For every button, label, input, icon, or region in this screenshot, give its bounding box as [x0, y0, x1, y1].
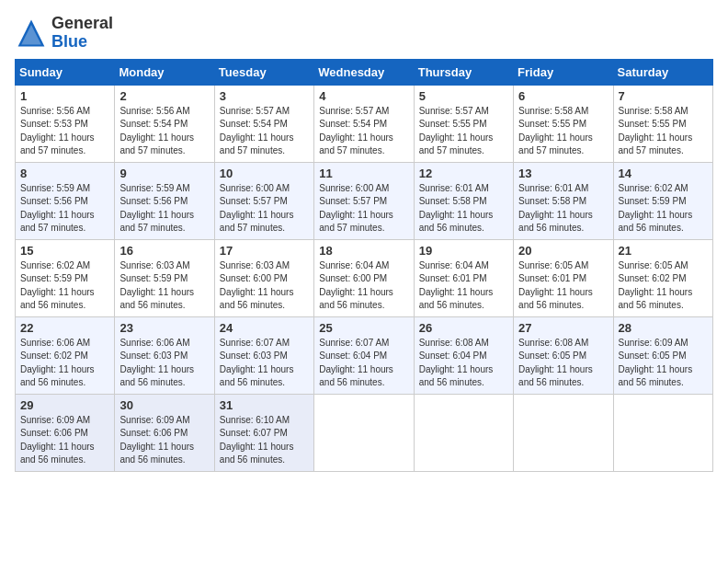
day-number: 13 — [518, 167, 608, 180]
day-number: 23 — [119, 321, 209, 335]
calendar-cell: 6 Sunrise: 5:58 AM Sunset: 5:55 PM Dayli… — [514, 85, 613, 162]
calendar-cell: 22 Sunrise: 6:06 AM Sunset: 6:02 PM Dayl… — [16, 316, 115, 394]
day-number: 2 — [119, 89, 209, 103]
day-number: 8 — [20, 167, 109, 180]
day-info: Sunrise: 5:57 AM Sunset: 5:55 PM Dayligh… — [419, 105, 508, 158]
day-info: Sunrise: 6:09 AM Sunset: 6:06 PM Dayligh… — [119, 414, 209, 467]
day-number: 20 — [518, 244, 608, 258]
day-info: Sunrise: 5:59 AM Sunset: 5:56 PM Dayligh… — [20, 182, 109, 236]
col-tuesday: Tuesday — [214, 59, 313, 85]
calendar-cell: 27 Sunrise: 6:08 AM Sunset: 6:05 PM Dayl… — [514, 316, 613, 394]
calendar-cell — [314, 394, 414, 471]
calendar-table: Sunday Monday Tuesday Wednesday Thursday… — [15, 59, 713, 472]
calendar-cell: 14 Sunrise: 6:02 AM Sunset: 5:59 PM Dayl… — [613, 162, 712, 239]
day-info: Sunrise: 6:06 AM Sunset: 6:02 PM Dayligh… — [20, 337, 109, 390]
calendar-cell: 9 Sunrise: 5:59 AM Sunset: 5:56 PM Dayli… — [115, 162, 214, 239]
calendar-cell: 23 Sunrise: 6:06 AM Sunset: 6:03 PM Dayl… — [115, 316, 214, 394]
day-number: 7 — [619, 89, 708, 103]
logo: General Blue — [15, 15, 113, 52]
col-sunday: Sunday — [16, 59, 115, 85]
day-info: Sunrise: 5:57 AM Sunset: 5:54 PM Dayligh… — [319, 105, 408, 158]
day-info: Sunrise: 6:03 AM Sunset: 6:00 PM Dayligh… — [220, 259, 309, 313]
day-info: Sunrise: 5:57 AM Sunset: 5:54 PM Dayligh… — [220, 105, 309, 158]
day-number: 17 — [220, 244, 309, 258]
calendar-cell: 5 Sunrise: 5:57 AM Sunset: 5:55 PM Dayli… — [414, 85, 513, 162]
calendar-cell: 30 Sunrise: 6:09 AM Sunset: 6:06 PM Dayl… — [115, 394, 214, 471]
day-info: Sunrise: 5:58 AM Sunset: 5:55 PM Dayligh… — [619, 105, 708, 158]
day-number: 10 — [220, 167, 309, 180]
day-info: Sunrise: 5:56 AM Sunset: 5:53 PM Dayligh… — [20, 105, 109, 158]
day-info: Sunrise: 6:06 AM Sunset: 6:03 PM Dayligh… — [119, 337, 209, 390]
calendar-cell: 19 Sunrise: 6:04 AM Sunset: 6:01 PM Dayl… — [414, 239, 513, 316]
calendar-cell — [414, 394, 513, 471]
calendar-cell: 10 Sunrise: 6:00 AM Sunset: 5:57 PM Dayl… — [214, 162, 313, 239]
day-info: Sunrise: 6:04 AM Sunset: 6:00 PM Dayligh… — [319, 259, 408, 313]
calendar-cell: 18 Sunrise: 6:04 AM Sunset: 6:00 PM Dayl… — [314, 239, 414, 316]
calendar-cell: 15 Sunrise: 6:02 AM Sunset: 5:59 PM Dayl… — [16, 239, 115, 316]
day-info: Sunrise: 6:00 AM Sunset: 5:57 PM Dayligh… — [319, 182, 408, 236]
calendar-week-row: 8 Sunrise: 5:59 AM Sunset: 5:56 PM Dayli… — [16, 162, 713, 239]
day-number: 4 — [319, 89, 408, 103]
day-info: Sunrise: 6:07 AM Sunset: 6:04 PM Dayligh… — [319, 337, 408, 390]
day-info: Sunrise: 6:09 AM Sunset: 6:05 PM Dayligh… — [619, 337, 708, 390]
calendar-header-row: Sunday Monday Tuesday Wednesday Thursday… — [16, 59, 713, 85]
day-number: 5 — [419, 89, 508, 103]
day-number: 29 — [20, 398, 109, 412]
day-number: 28 — [619, 321, 708, 335]
calendar-week-row: 15 Sunrise: 6:02 AM Sunset: 5:59 PM Dayl… — [16, 239, 713, 316]
day-info: Sunrise: 6:02 AM Sunset: 5:59 PM Dayligh… — [619, 182, 708, 236]
day-number: 6 — [518, 89, 608, 103]
day-number: 12 — [419, 167, 508, 180]
day-number: 24 — [220, 321, 309, 335]
calendar-week-row: 22 Sunrise: 6:06 AM Sunset: 6:02 PM Dayl… — [16, 316, 713, 394]
day-number: 19 — [419, 244, 508, 258]
col-friday: Friday — [514, 59, 613, 85]
day-number: 18 — [319, 244, 408, 258]
day-info: Sunrise: 6:03 AM Sunset: 5:59 PM Dayligh… — [119, 259, 209, 313]
col-saturday: Saturday — [613, 59, 712, 85]
day-info: Sunrise: 6:00 AM Sunset: 5:57 PM Dayligh… — [220, 182, 309, 236]
calendar-cell: 7 Sunrise: 5:58 AM Sunset: 5:55 PM Dayli… — [613, 85, 712, 162]
calendar-cell: 31 Sunrise: 6:10 AM Sunset: 6:07 PM Dayl… — [214, 394, 313, 471]
calendar-cell — [514, 394, 613, 471]
day-number: 21 — [619, 244, 708, 258]
calendar-cell: 21 Sunrise: 6:05 AM Sunset: 6:02 PM Dayl… — [613, 239, 712, 316]
day-info: Sunrise: 5:59 AM Sunset: 5:56 PM Dayligh… — [119, 182, 209, 236]
logo-blue: Blue — [51, 32, 87, 51]
calendar-cell: 2 Sunrise: 5:56 AM Sunset: 5:54 PM Dayli… — [115, 85, 214, 162]
day-info: Sunrise: 6:08 AM Sunset: 6:04 PM Dayligh… — [419, 337, 508, 390]
col-monday: Monday — [115, 59, 214, 85]
calendar-cell: 13 Sunrise: 6:01 AM Sunset: 5:58 PM Dayl… — [514, 162, 613, 239]
day-info: Sunrise: 6:05 AM Sunset: 6:02 PM Dayligh… — [619, 259, 708, 313]
day-info: Sunrise: 6:08 AM Sunset: 6:05 PM Dayligh… — [518, 337, 608, 390]
calendar-week-row: 1 Sunrise: 5:56 AM Sunset: 5:53 PM Dayli… — [16, 85, 713, 162]
day-number: 14 — [619, 167, 708, 180]
calendar-cell: 1 Sunrise: 5:56 AM Sunset: 5:53 PM Dayli… — [16, 85, 115, 162]
day-number: 15 — [20, 244, 109, 258]
calendar-cell: 3 Sunrise: 5:57 AM Sunset: 5:54 PM Dayli… — [214, 85, 313, 162]
calendar-cell: 28 Sunrise: 6:09 AM Sunset: 6:05 PM Dayl… — [613, 316, 712, 394]
calendar-cell: 11 Sunrise: 6:00 AM Sunset: 5:57 PM Dayl… — [314, 162, 414, 239]
calendar-cell: 20 Sunrise: 6:05 AM Sunset: 6:01 PM Dayl… — [514, 239, 613, 316]
day-number: 9 — [119, 167, 209, 180]
calendar-cell: 25 Sunrise: 6:07 AM Sunset: 6:04 PM Dayl… — [314, 316, 414, 394]
day-number: 27 — [518, 321, 608, 335]
logo-general: General — [51, 14, 113, 32]
day-info: Sunrise: 6:05 AM Sunset: 6:01 PM Dayligh… — [518, 259, 608, 313]
calendar-cell: 17 Sunrise: 6:03 AM Sunset: 6:00 PM Dayl… — [214, 239, 313, 316]
day-info: Sunrise: 6:07 AM Sunset: 6:03 PM Dayligh… — [220, 337, 309, 390]
day-info: Sunrise: 6:04 AM Sunset: 6:01 PM Dayligh… — [419, 259, 508, 313]
day-info: Sunrise: 5:58 AM Sunset: 5:55 PM Dayligh… — [518, 105, 608, 158]
calendar-cell: 16 Sunrise: 6:03 AM Sunset: 5:59 PM Dayl… — [115, 239, 214, 316]
calendar-cell: 24 Sunrise: 6:07 AM Sunset: 6:03 PM Dayl… — [214, 316, 313, 394]
day-number: 25 — [319, 321, 408, 335]
page-container: General Blue Sunday Monday Tuesday Wedne… — [15, 15, 713, 472]
calendar-week-row: 29 Sunrise: 6:09 AM Sunset: 6:06 PM Dayl… — [16, 394, 713, 471]
day-info: Sunrise: 5:56 AM Sunset: 5:54 PM Dayligh… — [119, 105, 209, 158]
day-info: Sunrise: 6:01 AM Sunset: 5:58 PM Dayligh… — [419, 182, 508, 236]
calendar-cell: 29 Sunrise: 6:09 AM Sunset: 6:06 PM Dayl… — [16, 394, 115, 471]
day-number: 26 — [419, 321, 508, 335]
day-number: 16 — [119, 244, 209, 258]
calendar-cell: 8 Sunrise: 5:59 AM Sunset: 5:56 PM Dayli… — [16, 162, 115, 239]
day-info: Sunrise: 6:02 AM Sunset: 5:59 PM Dayligh… — [20, 259, 109, 313]
